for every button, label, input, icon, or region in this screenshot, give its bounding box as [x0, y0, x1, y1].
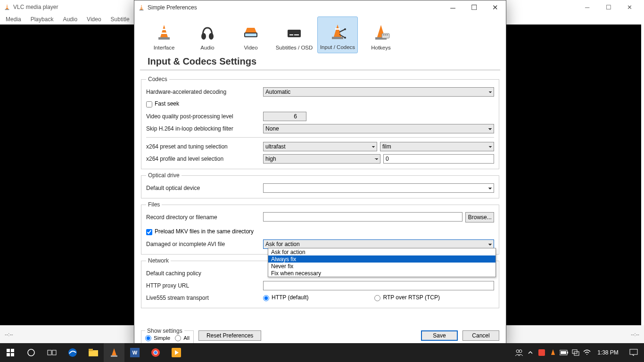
fast-seek-checkbox[interactable]	[146, 101, 152, 107]
svg-rect-27	[382, 33, 389, 38]
proxy-input[interactable]	[263, 281, 494, 290]
audio-icon	[198, 23, 217, 42]
tray-people-icon[interactable]	[513, 343, 525, 362]
live555-rtp-radio-label[interactable]: RTP over RTSP (TCP)	[374, 294, 439, 301]
cortana-icon[interactable]	[21, 343, 41, 362]
record-dir-input[interactable]	[263, 212, 462, 222]
taskbar-app-word[interactable]: W	[124, 343, 145, 362]
tab-input-codecs[interactable]: Input / Codecs	[317, 16, 358, 53]
menu-video[interactable]: Video	[87, 16, 101, 23]
svg-point-13	[209, 33, 214, 40]
avi-option-ask[interactable]: Ask for action	[268, 248, 495, 255]
avi-option-never[interactable]: Never fix	[268, 263, 495, 270]
svg-rect-42	[111, 355, 117, 357]
tab-subtitles[interactable]: Subtitles / OSD	[274, 16, 314, 53]
live555-http-radio-label[interactable]: HTTP (default)	[263, 294, 308, 301]
tray-app-icon[interactable]	[536, 343, 547, 362]
hw-decoding-select[interactable]: Automatic	[263, 87, 494, 97]
tray-vlc-icon[interactable]	[547, 343, 559, 362]
avi-dropdown-list[interactable]: Ask for action Always fix Never fix Fix …	[268, 248, 496, 277]
svg-rect-37	[52, 350, 56, 355]
svg-marker-53	[551, 349, 555, 355]
simple-radio[interactable]	[145, 335, 151, 341]
menu-playback[interactable]: Playback	[31, 16, 54, 23]
vlc-minimize-button[interactable]: ─	[577, 0, 598, 14]
optical-device-select[interactable]	[263, 183, 494, 193]
vlc-title: VLC media player	[13, 4, 58, 10]
optical-device-label: Default optical device	[146, 185, 263, 191]
avi-option-always[interactable]: Always fix	[268, 255, 495, 263]
show-settings-label: Show settings	[145, 328, 184, 334]
show-settings-group: Show settings Simple All	[141, 328, 194, 344]
preload-mkv-label[interactable]: Preload MKV files in the same directory	[146, 228, 254, 235]
tray-network-icon[interactable]	[570, 343, 581, 362]
tab-audio[interactable]: Audio	[187, 16, 228, 53]
windows-taskbar: W 1:38 PM	[0, 343, 644, 362]
menu-audio[interactable]: Audio	[63, 16, 77, 23]
tab-hotkeys[interactable]: Hotkeys	[361, 16, 401, 53]
prefs-minimize-button[interactable]: ─	[442, 0, 463, 15]
taskbar-app-edge[interactable]	[62, 343, 83, 362]
live555-rtp-radio[interactable]	[374, 295, 380, 301]
avi-label: Damaged or incomplete AVI file	[146, 241, 263, 247]
pp-level-spinner[interactable]	[263, 112, 306, 121]
taskbar-app-vlc[interactable]	[104, 343, 124, 362]
x264-preset-label: x264 preset and tuning selection	[146, 143, 263, 150]
tab-label: Video	[244, 45, 257, 50]
svg-rect-7	[140, 8, 142, 8]
live555-http-radio[interactable]	[263, 295, 269, 301]
optical-fieldset: Optical drive Default optical device	[141, 172, 499, 198]
skip-h264-select[interactable]: None	[263, 124, 494, 133]
svg-marker-0	[6, 4, 8, 9]
svg-point-24	[344, 37, 346, 39]
taskbar-app-chrome[interactable]	[145, 343, 166, 362]
svg-rect-10	[162, 29, 166, 30]
action-center-icon[interactable]	[623, 343, 644, 362]
svg-rect-30	[387, 34, 388, 35]
task-view-icon[interactable]	[41, 343, 62, 362]
cancel-button[interactable]: Cancel	[462, 330, 499, 341]
menu-media[interactable]: Media	[6, 16, 21, 23]
svg-rect-34	[11, 353, 14, 356]
svg-rect-32	[11, 349, 14, 352]
tab-interface[interactable]: Interface	[144, 16, 184, 53]
svg-rect-9	[158, 37, 170, 40]
x264-level-input[interactable]	[383, 154, 494, 164]
reset-preferences-button[interactable]: Reset Preferences	[198, 330, 261, 341]
vlc-maximize-button[interactable]: ☐	[598, 0, 619, 14]
prefs-body: Codecs Hardware-accelerated decoding Aut…	[134, 73, 506, 327]
x264-tuning-select[interactable]: film	[380, 142, 494, 151]
svg-rect-28	[383, 34, 384, 35]
all-radio[interactable]	[175, 335, 181, 341]
svg-marker-8	[160, 25, 168, 37]
tab-video[interactable]: Video	[231, 16, 271, 53]
browse-button[interactable]: Browse...	[465, 212, 494, 222]
tray-chevron-icon[interactable]	[525, 343, 536, 362]
x264-profile-select[interactable]: high	[263, 154, 380, 164]
taskbar-app-explorer[interactable]	[83, 343, 104, 362]
prefs-maximize-button[interactable]: ☐	[463, 0, 485, 15]
save-button[interactable]: Save	[421, 330, 458, 341]
svg-rect-5	[140, 9, 144, 10]
avi-select[interactable]: Ask for action	[263, 239, 494, 249]
fast-seek-checkbox-label[interactable]: Fast seek	[146, 100, 179, 107]
tray-wifi-icon[interactable]	[581, 343, 593, 362]
preload-mkv-checkbox[interactable]	[146, 229, 152, 235]
tab-label: Subtitles / OSD	[276, 45, 313, 50]
start-button[interactable]	[0, 343, 21, 362]
taskbar-app-media[interactable]	[166, 343, 187, 362]
all-radio-label[interactable]: All	[175, 335, 190, 341]
subtitles-icon	[285, 23, 304, 42]
vlc-close-button[interactable]: ✕	[619, 0, 640, 14]
tray-battery-icon[interactable]	[559, 343, 570, 362]
x264-preset-select[interactable]: ultrafast	[263, 142, 377, 151]
prefs-titlebar: Simple Preferences ─ ☐ ✕	[134, 0, 506, 15]
taskbar-clock[interactable]: 1:38 PM	[593, 349, 623, 356]
svg-point-35	[28, 349, 34, 356]
prefs-close-button[interactable]: ✕	[485, 0, 506, 15]
avi-option-fixwhen[interactable]: Fix when necessary	[268, 270, 495, 277]
simple-radio-label[interactable]: Simple	[145, 335, 170, 341]
menu-subtitle[interactable]: Subtitle	[111, 16, 130, 23]
svg-rect-31	[7, 349, 10, 352]
input-codecs-icon	[328, 23, 347, 41]
